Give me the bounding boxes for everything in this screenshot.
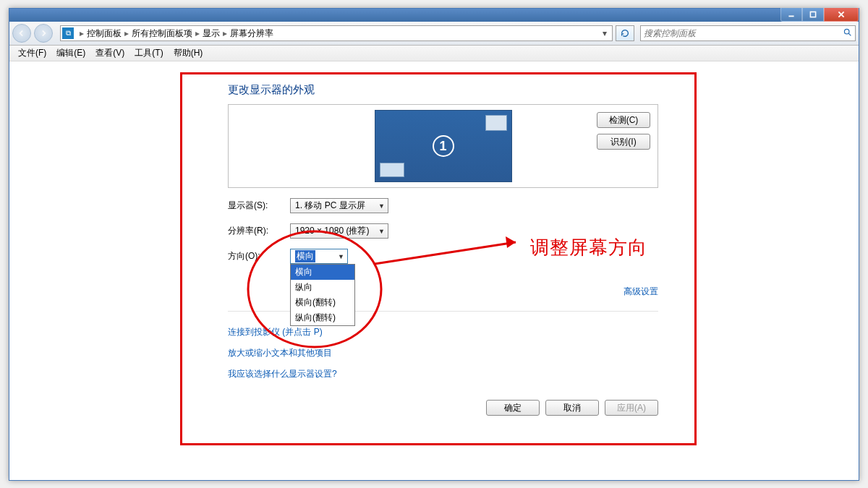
text-size-link[interactable]: 放大或缩小文本和其他项目 [228,348,332,358]
display-value: 1. 移动 PC 显示屏 [295,200,365,212]
orientation-value: 横向 [295,250,315,262]
page-title: 更改显示器的外观 [228,83,658,97]
content-area: 更改显示器的外观 1 检测(C) 识别(I) 显示器(S): 1. 移动 PC … [9,61,859,480]
breadcrumb-sep: ▸ [80,28,84,38]
monitor-preview[interactable]: 1 [375,110,512,182]
preview-taskbar-icon [380,163,404,177]
menu-edit[interactable]: 编辑(E) [52,46,90,61]
back-button[interactable] [12,24,31,43]
chevron-down-icon: ▼ [338,253,344,260]
which-settings-link[interactable]: 我应该选择什么显示器设置? [228,369,337,379]
cancel-button[interactable]: 取消 [545,400,599,416]
advanced-settings-link[interactable]: 高级设置 [624,286,658,296]
chevron-down-icon: ▼ [378,228,385,235]
minimize-button[interactable] [780,8,802,22]
menu-view[interactable]: 查看(V) [91,46,129,61]
svg-point-4 [844,29,849,34]
search-box[interactable] [640,25,856,41]
close-button[interactable] [824,8,859,22]
monitor-number: 1 [433,135,454,157]
navigation-bar: ⧉ ▸ 控制面板 ▸ 所有控制面板项 ▸ 显示 ▸ 屏幕分辨率 ▾ [9,22,859,46]
menu-tools[interactable]: 工具(T) [130,46,167,61]
search-input[interactable] [644,28,843,38]
refresh-button[interactable] [616,25,634,41]
titlebar [9,9,859,22]
menu-file[interactable]: 文件(F) [14,46,51,61]
preview-window-icon [485,115,507,131]
resolution-combobox[interactable]: 1920 × 1080 (推荐) ▼ [290,223,388,239]
orientation-option[interactable]: 横向(翻转) [291,295,354,310]
identify-button[interactable]: 识别(I) [597,134,650,150]
breadcrumb-item[interactable]: 所有控制面板项 [132,27,192,40]
orientation-option[interactable]: 纵向(翻转) [291,310,354,325]
orientation-option[interactable]: 横向 [291,265,354,280]
display-label: 显示器(S): [228,200,290,212]
menu-help[interactable]: 帮助(H) [169,46,208,61]
display-settings-page: 更改显示器的外观 1 检测(C) 识别(I) 显示器(S): 1. 移动 PC … [228,83,658,380]
detect-button[interactable]: 检测(C) [597,112,650,128]
chevron-down-icon: ▼ [378,202,385,210]
projector-link[interactable]: 连接到投影仪 (并点击 P) [228,327,323,337]
address-dropdown-icon[interactable]: ▾ [599,28,610,38]
resolution-value: 1920 × 1080 (推荐) [295,225,369,237]
orientation-combobox[interactable]: 横向 ▼ 横向 纵向 横向(翻转) 纵向(翻转) [290,249,348,264]
ok-button[interactable]: 确定 [486,400,540,416]
menu-bar: 文件(F) 编辑(E) 查看(V) 工具(T) 帮助(H) [9,46,859,61]
dialog-buttons: 确定 取消 应用(A) [228,400,658,416]
orientation-label: 方向(O): [228,250,290,262]
orientation-option[interactable]: 纵向 [291,280,354,295]
apply-button[interactable]: 应用(A) [605,400,658,416]
breadcrumb-item[interactable]: 控制面板 [87,27,122,40]
display-combobox[interactable]: 1. 移动 PC 显示屏 ▼ [290,198,388,213]
breadcrumb-item[interactable]: 屏幕分辨率 [230,27,273,40]
svg-line-5 [848,33,851,35]
explorer-window: ⧉ ▸ 控制面板 ▸ 所有控制面板项 ▸ 显示 ▸ 屏幕分辨率 ▾ 文件(F) … [9,8,859,481]
annotation-text: 调整屏幕方向 [530,235,647,260]
breadcrumb-item[interactable]: 显示 [203,27,220,40]
control-panel-icon: ⧉ [62,27,74,39]
monitor-preview-box: 1 检测(C) 识别(I) [228,104,658,188]
orientation-dropdown: 横向 纵向 横向(翻转) 纵向(翻转) [290,264,355,326]
maximize-button[interactable] [802,8,824,22]
resolution-label: 分辨率(R): [228,225,290,237]
forward-button[interactable] [34,24,53,43]
svg-rect-1 [810,12,815,17]
search-icon[interactable] [843,27,852,40]
address-bar[interactable]: ⧉ ▸ 控制面板 ▸ 所有控制面板项 ▸ 显示 ▸ 屏幕分辨率 ▾ [60,25,613,41]
